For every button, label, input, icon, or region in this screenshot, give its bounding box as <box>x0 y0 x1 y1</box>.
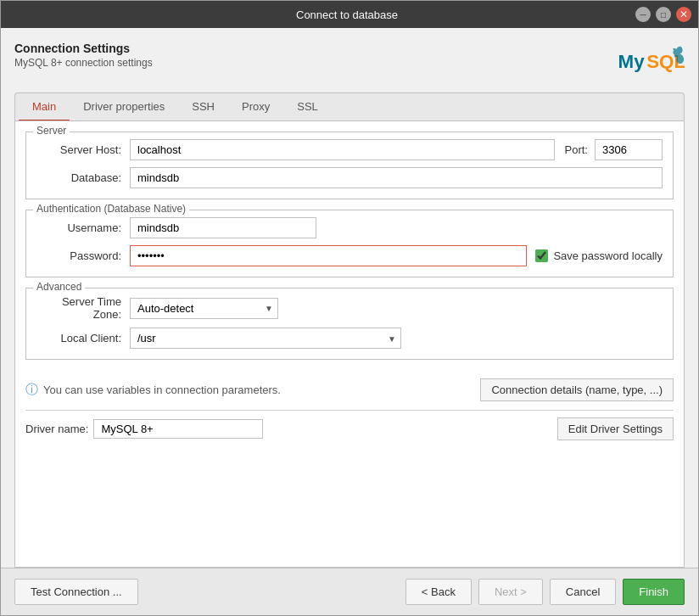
auth-legend: Authentication (Database Native) <box>33 203 189 215</box>
info-text-wrapper: ⓘ You can use variables in connection pa… <box>25 382 281 398</box>
header-section: Connection Settings MySQL 8+ connection … <box>14 42 685 82</box>
main-window: Connect to database ─ □ ✕ Connection Set… <box>0 0 699 616</box>
host-input[interactable] <box>130 139 555 160</box>
save-password-text: Save password locally <box>553 249 663 262</box>
svg-text:My: My <box>618 51 646 72</box>
driver-info: Driver name: MySQL 8+ <box>25 419 263 439</box>
timezone-select[interactable]: Auto-detect UTC America/New_York Europe/… <box>130 298 278 319</box>
localclient-select[interactable]: /usr /usr/local /opt <box>130 328 401 349</box>
titlebar-controls: ─ □ ✕ <box>635 7 691 22</box>
mysql-logo-svg: My SQL <box>617 42 685 82</box>
tab-main[interactable]: Main <box>19 93 70 121</box>
host-label: Server Host: <box>36 143 130 156</box>
port-input[interactable] <box>595 139 663 160</box>
driver-value: MySQL 8+ <box>93 419 263 439</box>
header-text: Connection Settings MySQL 8+ connection … <box>14 42 153 69</box>
auth-group: Authentication (Database Native) Usernam… <box>25 210 674 277</box>
titlebar: Connect to database ─ □ ✕ <box>1 1 698 28</box>
server-legend: Server <box>33 125 70 137</box>
driver-label: Driver name: <box>25 423 88 435</box>
host-row: Server Host: Port: <box>36 139 663 160</box>
advanced-legend: Advanced <box>33 281 85 293</box>
password-row: Password: Save password locally <box>36 245 663 266</box>
test-connection-button[interactable]: Test Connection ... <box>14 579 138 605</box>
tab-ssh[interactable]: SSH <box>178 93 228 121</box>
advanced-group: Advanced Server Time Zone: Auto-detect U… <box>25 288 674 360</box>
timezone-row: Server Time Zone: Auto-detect UTC Americ… <box>36 295 663 321</box>
connection-details-button[interactable]: Connection details (name, type, ...) <box>480 378 674 401</box>
username-label: Username: <box>36 221 130 234</box>
info-text: You can use variables in connection para… <box>43 384 281 396</box>
maximize-button[interactable]: □ <box>656 7 671 22</box>
tab-driver-properties[interactable]: Driver properties <box>70 93 178 121</box>
minimize-button[interactable]: ─ <box>635 7 651 22</box>
edit-driver-button[interactable]: Edit Driver Settings <box>557 417 674 440</box>
database-row: Database: <box>36 167 663 188</box>
close-button[interactable]: ✕ <box>676 7 691 22</box>
tab-ssl[interactable]: SSL <box>283 93 332 121</box>
port-label: Port: <box>565 143 588 156</box>
connection-settings-subtitle: MySQL 8+ connection settings <box>14 57 153 69</box>
username-input[interactable] <box>130 217 316 238</box>
save-password-checkbox[interactable] <box>535 249 548 262</box>
content-area: Connection Settings MySQL 8+ connection … <box>1 28 698 568</box>
form-panel: Server Server Host: Port: Database: Auth… <box>14 120 685 568</box>
info-row: ⓘ You can use variables in connection pa… <box>25 370 674 406</box>
mysql-logo: My SQL <box>617 42 685 82</box>
tabs-container: Main Driver properties SSH Proxy SSL <box>14 92 685 120</box>
driver-row: Driver name: MySQL 8+ Edit Driver Settin… <box>25 410 674 440</box>
back-button[interactable]: < Back <box>405 579 472 605</box>
connection-settings-title: Connection Settings <box>14 42 153 55</box>
localclient-label: Local Client: <box>36 332 130 344</box>
database-label: Database: <box>36 171 130 184</box>
port-group: Port: <box>565 139 663 160</box>
database-input[interactable] <box>130 167 663 188</box>
next-button[interactable]: Next > <box>478 579 543 605</box>
password-label: Password: <box>36 249 130 262</box>
password-input[interactable] <box>130 245 527 266</box>
localclient-row: Local Client: /usr /usr/local /opt ▼ <box>36 328 663 349</box>
tabs: Main Driver properties SSH Proxy SSL <box>15 93 684 120</box>
bottom-left: Test Connection ... <box>14 579 138 605</box>
window-title: Connect to database <box>59 8 635 21</box>
timezone-label: Server Time Zone: <box>36 295 130 321</box>
server-group: Server Server Host: Port: Database: <box>25 132 674 199</box>
finish-button[interactable]: Finish <box>623 579 685 605</box>
username-row: Username: <box>36 217 663 238</box>
timezone-dropdown-wrapper: Auto-detect UTC America/New_York Europe/… <box>130 298 278 319</box>
save-password-label[interactable]: Save password locally <box>535 249 663 262</box>
bottom-bar: Test Connection ... < Back Next > Cancel… <box>1 568 698 615</box>
bottom-right: < Back Next > Cancel Finish <box>405 579 685 605</box>
cancel-button[interactable]: Cancel <box>550 579 616 605</box>
tab-proxy[interactable]: Proxy <box>228 93 283 121</box>
info-icon: ⓘ <box>25 382 38 398</box>
localclient-dropdown-wrapper: /usr /usr/local /opt ▼ <box>130 328 401 349</box>
